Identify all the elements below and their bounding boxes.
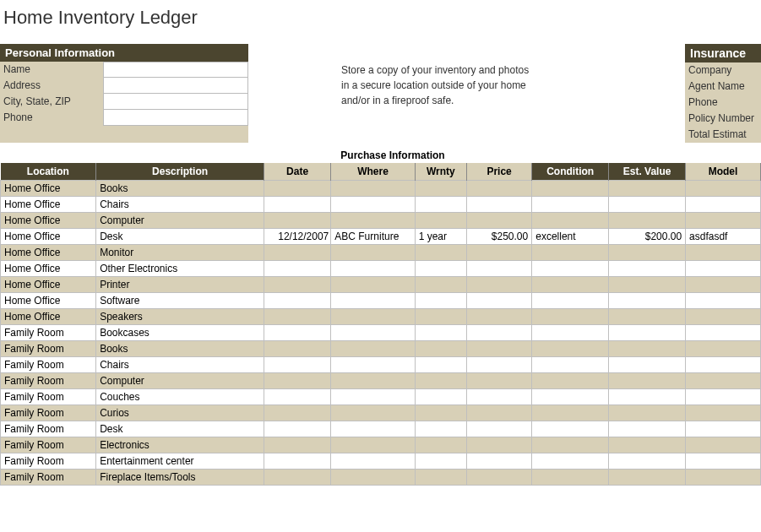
cell-location[interactable]: Home Office	[1, 181, 96, 197]
table-row[interactable]: Home OfficePrinter	[1, 277, 761, 293]
cell-condition[interactable]	[532, 389, 609, 405]
cell-model[interactable]	[686, 309, 761, 325]
cell-description[interactable]: Computer	[96, 213, 264, 229]
cell-condition[interactable]	[532, 373, 609, 389]
cell-wrnty[interactable]	[415, 293, 466, 309]
cell-location[interactable]: Family Room	[1, 389, 96, 405]
cell-est_value[interactable]	[609, 405, 686, 421]
field-input[interactable]	[103, 62, 248, 78]
cell-model[interactable]	[686, 373, 761, 389]
cell-location[interactable]: Family Room	[1, 470, 96, 486]
table-row[interactable]: Home OfficeOther Electronics	[1, 261, 761, 277]
cell-location[interactable]: Family Room	[1, 341, 96, 357]
cell-price[interactable]	[467, 197, 532, 213]
cell-where[interactable]	[331, 453, 415, 470]
cell-wrnty[interactable]	[415, 453, 466, 470]
cell-date[interactable]	[264, 341, 330, 357]
cell-wrnty[interactable]	[415, 245, 466, 261]
cell-date[interactable]	[264, 325, 330, 341]
cell-condition[interactable]	[532, 421, 609, 437]
cell-where[interactable]	[331, 325, 415, 341]
cell-date[interactable]	[264, 389, 330, 405]
cell-location[interactable]: Home Office	[1, 293, 96, 309]
cell-condition[interactable]	[532, 437, 609, 453]
cell-date[interactable]	[264, 437, 330, 453]
cell-condition[interactable]	[532, 277, 609, 293]
cell-price[interactable]	[467, 389, 532, 405]
cell-price[interactable]	[467, 357, 532, 373]
cell-where[interactable]	[331, 213, 415, 229]
cell-date[interactable]	[264, 261, 330, 277]
cell-est_value[interactable]	[609, 181, 686, 197]
cell-est_value[interactable]	[609, 277, 686, 293]
cell-model[interactable]	[686, 197, 761, 213]
cell-price[interactable]	[467, 373, 532, 389]
cell-date[interactable]	[264, 309, 330, 325]
cell-description[interactable]: Curios	[96, 405, 264, 421]
cell-location[interactable]: Home Office	[1, 261, 96, 277]
cell-description[interactable]: Books	[96, 181, 264, 197]
cell-date[interactable]	[264, 277, 330, 293]
cell-where[interactable]	[331, 309, 415, 325]
cell-price[interactable]	[467, 470, 532, 486]
cell-date[interactable]	[264, 453, 330, 470]
cell-condition[interactable]	[532, 261, 609, 277]
cell-location[interactable]: Home Office	[1, 277, 96, 293]
table-row[interactable]: Family RoomDesk	[1, 421, 761, 437]
cell-est_value[interactable]	[609, 245, 686, 261]
table-row[interactable]: Home OfficeBooks	[1, 181, 761, 197]
cell-condition[interactable]	[532, 470, 609, 486]
cell-wrnty[interactable]	[415, 421, 466, 437]
cell-wrnty[interactable]	[415, 341, 466, 357]
table-row[interactable]: Home OfficeComputer	[1, 213, 761, 229]
cell-wrnty[interactable]	[415, 181, 466, 197]
cell-description[interactable]: Desk	[96, 421, 264, 437]
cell-date[interactable]	[264, 470, 330, 486]
cell-price[interactable]	[467, 437, 532, 453]
cell-description[interactable]: Chairs	[96, 197, 264, 213]
cell-where[interactable]: ABC Furniture	[331, 229, 415, 245]
cell-location[interactable]: Home Office	[1, 197, 96, 213]
cell-model[interactable]	[686, 421, 761, 437]
cell-model[interactable]	[686, 470, 761, 486]
cell-model[interactable]	[686, 213, 761, 229]
cell-description[interactable]: Fireplace Items/Tools	[96, 470, 264, 486]
cell-location[interactable]: Home Office	[1, 229, 96, 245]
cell-condition[interactable]	[532, 293, 609, 309]
cell-date[interactable]	[264, 245, 330, 261]
cell-where[interactable]	[331, 357, 415, 373]
cell-condition[interactable]	[532, 213, 609, 229]
cell-wrnty[interactable]	[415, 437, 466, 453]
cell-model[interactable]	[686, 277, 761, 293]
cell-price[interactable]	[467, 325, 532, 341]
cell-model[interactable]	[686, 245, 761, 261]
cell-condition[interactable]	[532, 197, 609, 213]
cell-wrnty[interactable]	[415, 470, 466, 486]
cell-est_value[interactable]	[609, 261, 686, 277]
cell-model[interactable]: asdfasdf	[686, 229, 761, 245]
cell-date[interactable]	[264, 373, 330, 389]
cell-wrnty[interactable]	[415, 309, 466, 325]
cell-wrnty[interactable]	[415, 325, 466, 341]
cell-description[interactable]: Bookcases	[96, 325, 264, 341]
cell-price[interactable]: $250.00	[467, 229, 532, 245]
cell-location[interactable]: Home Office	[1, 309, 96, 325]
cell-wrnty[interactable]	[415, 197, 466, 213]
cell-description[interactable]: Computer	[96, 373, 264, 389]
cell-condition[interactable]	[532, 245, 609, 261]
cell-where[interactable]	[331, 245, 415, 261]
field-input[interactable]	[103, 110, 248, 126]
cell-est_value[interactable]: $200.00	[609, 229, 686, 245]
cell-price[interactable]	[467, 181, 532, 197]
cell-model[interactable]	[686, 405, 761, 421]
cell-condition[interactable]	[532, 325, 609, 341]
table-row[interactable]: Family RoomFireplace Items/Tools	[1, 470, 761, 486]
cell-description[interactable]: Books	[96, 341, 264, 357]
cell-where[interactable]	[331, 421, 415, 437]
cell-model[interactable]	[686, 325, 761, 341]
cell-est_value[interactable]	[609, 373, 686, 389]
cell-price[interactable]	[467, 405, 532, 421]
cell-model[interactable]	[686, 293, 761, 309]
cell-est_value[interactable]	[609, 213, 686, 229]
table-row[interactable]: Home OfficeDesk12/12/2007ABC Furniture1 …	[1, 229, 761, 245]
